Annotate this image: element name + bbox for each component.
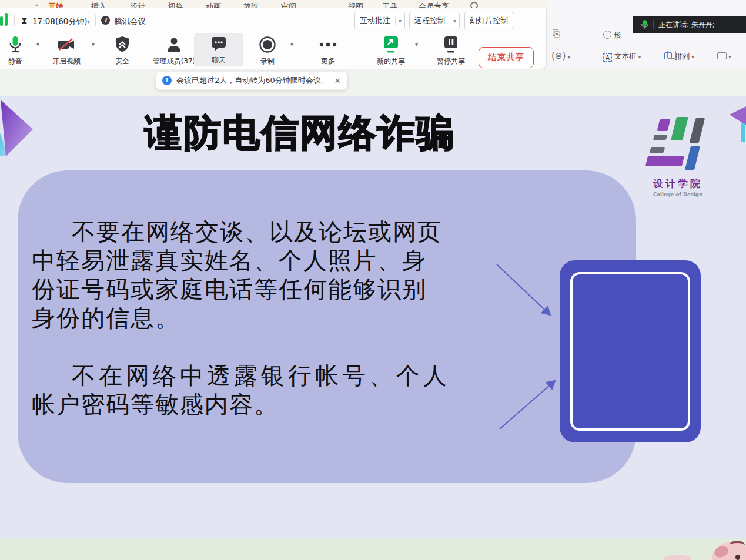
tab-tools[interactable]: 工具	[382, 1, 397, 8]
record-button[interactable]: 录制	[243, 34, 292, 66]
divider	[360, 36, 360, 62]
share-chevron-icon[interactable]: ▾	[415, 41, 418, 48]
microphone-icon	[0, 34, 40, 55]
collapse-caret-icon[interactable]: ⌄	[34, 0, 39, 8]
college-logo: 设计学院 College of Design	[645, 112, 716, 203]
info-icon: !	[162, 76, 172, 85]
logo-text-cn: 设计学院	[645, 177, 710, 190]
meeting-toolbar: ⧗ 17:08(60分钟) ▾ i 腾讯会议 互动批注 ▾ 远程控制 ▾ 幻灯片…	[0, 8, 547, 69]
align-icon[interactable]: (⊜)▾	[551, 51, 570, 61]
tab-member[interactable]: 会员专享	[419, 1, 449, 8]
pause-icon	[426, 34, 476, 55]
paragraph-1: 不要在网络交谈、以及论坛或网页 中轻易泄露真实姓名、个人照片、身 份证号码或家庭…	[32, 217, 455, 333]
tab-view[interactable]: 视图	[348, 1, 363, 8]
tab-insert[interactable]: 插入	[91, 1, 106, 8]
shield-icon	[98, 34, 147, 55]
shared-slide: 谨防电信网络诈骗 设计学院 College of Design 不要在网络交谈、…	[0, 96, 746, 538]
mute-chevron-icon[interactable]: ▾	[36, 41, 39, 48]
meeting-info-icon[interactable]: i	[101, 16, 110, 25]
slide-control-button[interactable]: 幻灯片控制	[464, 12, 513, 29]
more-button[interactable]: 更多	[303, 34, 353, 66]
tab-slideshow[interactable]: 放映	[243, 1, 259, 8]
hourglass-icon: ⧗	[21, 15, 28, 26]
annotate-button[interactable]: 互动批注 ▾	[354, 12, 405, 29]
chevron-down-icon[interactable]: ▾	[450, 18, 459, 24]
mute-button[interactable]: 静音	[0, 34, 40, 66]
right-triangle-decoration	[727, 106, 746, 143]
video-chevron-icon[interactable]: ▾	[92, 41, 95, 48]
textbox-button[interactable]: A文本框▾	[603, 52, 641, 62]
white-inner-border	[570, 272, 690, 431]
tab-review[interactable]: 审阅	[281, 1, 296, 8]
paragraph-2: 不在网络中透露银行帐号、个人 帐户密码等敏感内容。	[32, 361, 455, 419]
pause-share-button[interactable]: 暂停共享	[426, 34, 476, 66]
arrange-button[interactable]: 排列▾	[664, 52, 694, 62]
logo-shape	[650, 147, 665, 153]
pig-character	[708, 539, 746, 560]
ppt-background-bottom	[0, 538, 746, 560]
meeting-timer: 17:08(60分钟)	[32, 16, 88, 27]
close-icon[interactable]: ✕	[334, 76, 341, 85]
speaker-mic-icon	[640, 19, 650, 30]
tab-design[interactable]: 设计	[131, 1, 146, 8]
search-icon[interactable]	[470, 2, 478, 8]
chevron-down-icon[interactable]: ▾	[396, 18, 404, 24]
remote-control-button[interactable]: 远程控制 ▾	[409, 12, 460, 29]
arrange-icon	[664, 52, 672, 59]
ppt-ribbon-fragment: ⎘ (⊜)▾ 形 A文本框▾ 排列▾ ▾	[547, 0, 746, 71]
logo-shape	[645, 156, 684, 166]
ppt-background-band	[0, 69, 746, 96]
divider	[14, 15, 15, 26]
monitor-icon	[717, 52, 727, 59]
chat-button[interactable]: 聊天	[194, 33, 243, 66]
logo-shape	[657, 119, 671, 131]
speaking-indicator: 正在讲话: 朱丹丹;	[633, 16, 746, 33]
slide-title: 谨防电信网络诈骗	[0, 108, 600, 159]
slide-text-box: 不要在网络交谈、以及论坛或网页 中轻易泄露真实姓名、个人照片、身 份证号码或家庭…	[18, 170, 636, 483]
speaking-text: 正在讲话: 朱丹丹;	[658, 20, 715, 30]
chat-bubble-icon	[194, 33, 243, 54]
screen-share-icon	[366, 34, 416, 55]
logo-shape	[653, 135, 667, 140]
start-video-button[interactable]: 开启视频	[42, 34, 91, 66]
meeting-notification: ! 会议已超过2人，自动转为60分钟限时会议。 ✕	[156, 71, 347, 90]
end-share-button[interactable]: 结束共享	[479, 47, 534, 68]
tab-transition[interactable]: 切换	[168, 1, 183, 8]
shapes-button[interactable]: 形	[603, 31, 621, 41]
timer-chevron-icon[interactable]: ▾	[87, 18, 90, 25]
security-button[interactable]: 安全	[98, 34, 147, 66]
logo-shape	[685, 146, 700, 170]
new-share-button[interactable]: 新的共享	[366, 34, 416, 66]
slide-master-button[interactable]: ▾	[717, 52, 731, 61]
app-name: 腾讯会议	[114, 16, 146, 27]
pig-eye	[735, 555, 740, 560]
textbox-icon: A	[603, 53, 612, 62]
notification-text: 会议已超过2人，自动转为60分钟限时会议。	[176, 75, 329, 86]
record-chevron-icon[interactable]: ▾	[290, 41, 293, 48]
pig-ear-decoration	[663, 555, 691, 560]
camera-off-icon	[42, 34, 91, 55]
record-icon	[243, 34, 292, 55]
logo-shape	[690, 118, 705, 143]
screen: ⌄ 开始 插入 设计 切换 动画 放映 审阅 视图 工具 会员专享 ⎘ (⊜)▾…	[0, 0, 746, 560]
blue-placeholder-shape	[560, 260, 701, 442]
tab-animation[interactable]: 动画	[206, 1, 221, 8]
ellipsis-icon	[303, 34, 353, 55]
pig-ear	[730, 541, 745, 550]
logo-text-en: College of Design	[645, 192, 710, 197]
logo-shape	[671, 117, 688, 140]
divider	[95, 15, 96, 26]
tab-home[interactable]: 开始	[48, 1, 63, 8]
replace-icon[interactable]: ⎘	[553, 28, 560, 39]
